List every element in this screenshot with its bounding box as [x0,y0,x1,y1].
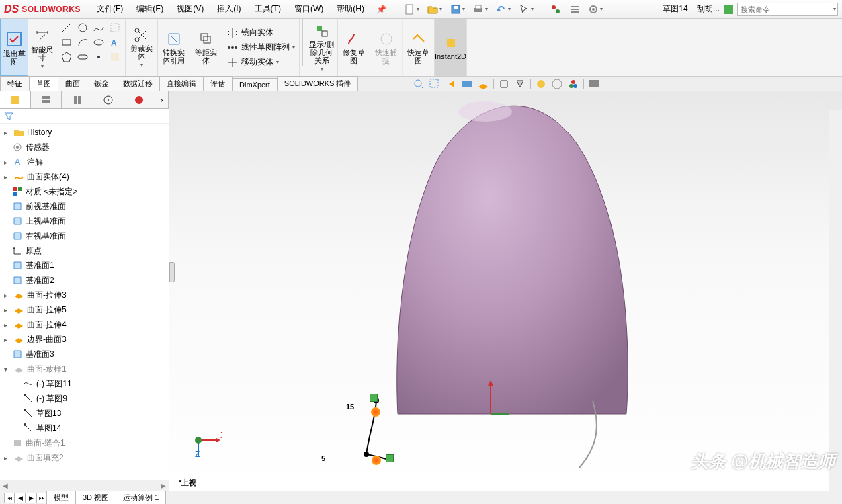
tree-top-plane[interactable]: 上视基准面 [0,214,169,228]
rect-icon[interactable] [109,22,121,34]
tree-sketch9[interactable]: (-) 草图9 [0,391,169,406]
filter-row[interactable] [0,109,169,124]
spline-handle[interactable] [386,454,394,462]
tree-plane2[interactable]: 基准面2 [0,273,169,288]
tab-dimxpert[interactable]: DimXpert [232,78,278,91]
graphics-viewport[interactable]: 15 5 X Z *上视 头条 @机械智造师 [169,91,842,491]
linear-pattern-button[interactable]: 线性草图阵列▾ [226,42,295,54]
tree-sensors[interactable]: 传感器 [0,140,169,155]
tab-3dview[interactable]: 3D 视图 [75,491,116,504]
render-icon[interactable] [567,78,579,90]
zoom-fit-icon[interactable] [413,78,425,90]
save-doc-button[interactable]: ▾ [448,3,468,16]
instant2d-button[interactable]: Instant2D [435,19,467,76]
tab-motion[interactable]: 运动算例 1 [116,491,166,504]
relation-icon[interactable] [371,407,380,417]
tab-surface[interactable]: 曲面 [58,76,87,91]
trim-button[interactable]: 剪裁实体▾ [126,19,158,76]
smart-dimension-button[interactable]: 智能尺寸 ▾ [28,19,56,76]
tree-sketch13[interactable]: 草图13 [0,406,169,421]
more-tabs[interactable]: › [155,91,169,108]
search-box[interactable]: ▾ [737,3,838,16]
print-button[interactable]: ▾ [470,3,491,16]
spline-handle[interactable] [370,394,378,402]
relations-button[interactable]: 显示/删除几何关系▾ [306,19,338,76]
point-icon[interactable] [93,51,105,63]
rebuild-button[interactable] [548,3,564,16]
tab-sketch[interactable]: 草图 [29,76,58,91]
tree-front-plane[interactable]: 前视基准面 [0,199,169,214]
sketch-spline[interactable] [356,394,437,474]
menu-window[interactable]: 窗口(W) [289,1,329,17]
feature-tree[interactable]: ▸History 传感器 ▸A注解 ▸曲面实体(4) 材质 <未指定> 前视基准… [0,124,169,480]
tree-history[interactable]: ▸History [0,125,169,140]
tree-loft1[interactable]: ▾曲面-放样1 [0,362,169,376]
open-doc-button[interactable]: ▾ [425,3,445,16]
spline-icon[interactable] [93,22,105,34]
menu-file[interactable]: 文件(F) [91,1,128,17]
tab-evaluate[interactable]: 评估 [203,76,233,91]
menu-help[interactable]: 帮助(H) [331,1,370,17]
tab-sheetmetal[interactable]: 钣金 [87,76,116,91]
menu-insert[interactable]: 插入(I) [212,1,246,17]
offset-button[interactable]: 等距实体 [190,19,222,76]
slot-icon[interactable] [77,51,89,63]
menu-view[interactable]: 视图(V) [171,1,209,17]
appearance-icon[interactable] [551,78,563,90]
viewport-icon[interactable] [588,78,600,90]
menu-edit[interactable]: 编辑(E) [131,1,169,17]
tree-right-plane[interactable]: 右视基准面 [0,228,169,243]
appearance-tab[interactable] [124,91,155,108]
tree-boundary3[interactable]: ▸边界-曲面3 [0,332,169,347]
tab-addins[interactable]: SOLIDWORKS 插件 [277,76,359,91]
dimension-15[interactable]: 15 [346,403,354,411]
exit-sketch-button[interactable]: 退出草图 [0,19,28,76]
tab-migration[interactable]: 数据迁移 [116,76,160,91]
scroll-right[interactable]: ▶ [158,482,169,489]
ellipse-icon[interactable] [93,36,105,48]
nav-next[interactable]: ▶ [26,493,36,503]
convert-button[interactable]: 转换实体引用 [158,19,190,76]
mirror-button[interactable]: 镜向实体 [226,27,295,39]
scene-icon[interactable] [535,78,547,90]
arc-icon[interactable] [77,36,89,48]
tree-sketch14[interactable]: 草图14 [0,421,169,435]
line-icon[interactable] [60,22,73,34]
sketch-curve-right[interactable] [573,397,613,478]
prev-view-icon[interactable] [445,78,457,90]
relation-icon[interactable] [372,456,381,465]
pin-icon[interactable]: 📌 [376,5,386,14]
text-icon[interactable]: A [109,36,121,48]
view-triad[interactable]: X Z [188,423,222,457]
tree-origin[interactable]: 原点 [0,243,169,258]
tab-feature[interactable]: 特征 [0,76,30,91]
tree-plane3[interactable]: 基准面3 [0,347,169,362]
nav-prev[interactable]: ◀ [15,493,26,503]
task-pane-strip[interactable] [829,110,842,491]
move-button[interactable]: 移动实体▾ [226,56,295,69]
tab-direct[interactable]: 直接编辑 [159,76,204,91]
tree-extrude4[interactable]: ▸曲面-拉伸4 [0,317,169,332]
tree-annotations[interactable]: ▸A注解 [0,155,169,169]
polygon-icon[interactable] [60,51,73,63]
hide-show-icon[interactable] [514,78,526,90]
tree-extrude5[interactable]: ▸曲面-拉伸5 [0,302,169,317]
fm-tree-tab[interactable] [0,91,31,108]
rapid-sketch-button[interactable]: 快速草图 [403,19,435,76]
zoom-area-icon[interactable] [429,78,441,90]
select-button[interactable]: ▾ [516,3,536,16]
menu-tools[interactable]: 工具(T) [249,1,286,17]
pane-splitter[interactable] [169,262,175,282]
play-icon[interactable] [724,5,733,14]
tree-knit1[interactable]: 曲面-缝合1 [0,435,169,450]
section-icon[interactable] [461,78,473,90]
display-style-icon[interactable] [498,78,510,90]
tree-surface-bodies[interactable]: ▸曲面实体(4) [0,169,169,184]
undo-button[interactable]: ▾ [493,3,513,16]
dimension-5[interactable]: 5 [321,454,325,462]
search-input[interactable] [741,5,833,13]
nav-first[interactable]: ⏮ [4,493,15,503]
config-tab[interactable] [62,91,93,108]
repair-button[interactable]: 修复草图 [338,19,370,76]
tree-sketch11[interactable]: (-) 草图11 [0,376,169,391]
